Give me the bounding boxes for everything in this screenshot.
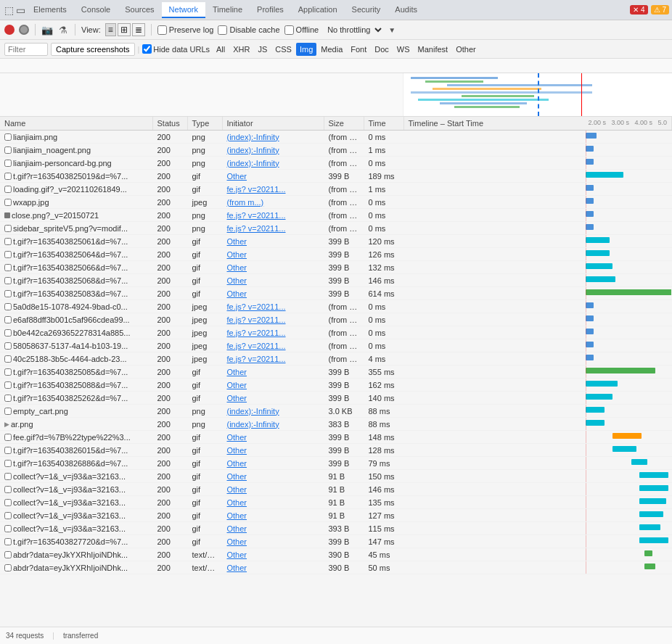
row-checkbox[interactable] <box>4 316 12 323</box>
initiator-link[interactable]: (index):-Infinity <box>227 133 279 141</box>
row-checkbox[interactable] <box>4 277 12 284</box>
table-row[interactable]: collect?v=1&_v=j93&a=32163...200gifOther… <box>0 509 672 522</box>
initiator-link[interactable]: Other <box>227 368 247 376</box>
initiator-link[interactable]: fe.js? v=20211... <box>227 329 286 337</box>
network-table-wrapper[interactable]: Name Status Type Initiator Size Time Tim… <box>0 117 672 627</box>
preserve-log-label[interactable]: Preserve log <box>157 25 214 35</box>
col-header-time[interactable]: Time <box>364 117 403 131</box>
row-checkbox[interactable] <box>4 225 12 232</box>
table-row[interactable]: t.gif?r=1635403825083&d=%7...200gifOther… <box>0 287 672 300</box>
table-row[interactable]: lianjiaim-personcard-bg.png200png(index)… <box>0 157 672 170</box>
disable-cache-label[interactable]: Disable cache <box>218 25 279 35</box>
col-header-status[interactable]: Status <box>152 117 187 131</box>
hide-urls-label[interactable]: Hide data URLs <box>142 44 210 54</box>
row-checkbox[interactable] <box>4 434 12 441</box>
table-row[interactable]: e6af88dff3b001c5af966cdea99...200jpegfe.… <box>0 313 672 326</box>
initiator-link[interactable]: Other <box>227 289 247 298</box>
initiator-link[interactable]: Other <box>227 537 247 546</box>
row-checkbox[interactable] <box>4 303 12 310</box>
hide-urls-checkbox[interactable] <box>142 44 152 54</box>
row-checkbox[interactable] <box>4 355 12 363</box>
initiator-link[interactable]: Other <box>227 237 247 246</box>
table-row[interactable]: t.gif?r=1635403825068&d=%7...200gifOther… <box>0 274 672 287</box>
table-row[interactable]: ▶ar.png200png(index):-Infinity383 B88 ms <box>0 418 672 431</box>
initiator-link[interactable]: Other <box>227 250 247 259</box>
table-row[interactable]: 40c25188-3b5c-4464-adcb-23...200jpegfe.j… <box>0 352 672 366</box>
device-icon[interactable]: ▭ <box>15 4 26 16</box>
table-row[interactable]: t.gif?r=1635403827720&d=%7...200gifOther… <box>0 535 672 548</box>
initiator-link[interactable]: (index):-Infinity <box>227 420 279 429</box>
col-header-size[interactable]: Size <box>324 117 364 131</box>
tab-audits[interactable]: Audits <box>388 2 425 18</box>
row-checkbox[interactable] <box>4 499 12 506</box>
row-checkbox[interactable] <box>4 473 12 480</box>
row-checkbox[interactable] <box>4 512 12 519</box>
table-row[interactable]: t.gif?r=1635403825019&d=%7...200gifOther… <box>0 170 672 183</box>
row-checkbox[interactable] <box>4 381 12 389</box>
table-row[interactable]: empty_cart.png200png(index):-Infinity3.0… <box>0 405 672 418</box>
disable-cache-checkbox[interactable] <box>218 25 227 35</box>
row-checkbox[interactable] <box>4 160 12 167</box>
table-row[interactable]: t.gif?r=1635403826886&d=%7...200gifOther… <box>0 457 672 470</box>
initiator-link[interactable]: fe.js? v=20211... <box>227 342 286 350</box>
initiator-link[interactable]: Other <box>227 276 247 285</box>
initiator-link[interactable]: Other <box>227 472 247 481</box>
initiator-link[interactable]: Other <box>227 498 247 507</box>
initiator-link[interactable]: Other <box>227 381 247 389</box>
table-row[interactable]: t.gif?r=1635403825085&d=%7...200gifOther… <box>0 366 672 379</box>
table-row[interactable]: t.gif?r=1635403825262&d=%7...200gifOther… <box>0 392 672 405</box>
table-row[interactable]: collect?v=1&_v=j93&a=32163...200gifOther… <box>0 496 672 509</box>
table-row[interactable]: collect?v=1&_v=j93&a=32163...200gifOther… <box>0 483 672 496</box>
initiator-link[interactable]: Other <box>227 446 247 455</box>
filter-icon[interactable]: ⚗ <box>57 24 69 36</box>
stop-button[interactable] <box>19 25 29 35</box>
record-button[interactable] <box>4 25 15 35</box>
initiator-link[interactable]: (from m...) <box>227 198 264 207</box>
col-header-initiator[interactable]: Initiator <box>222 117 324 131</box>
row-checkbox[interactable] <box>4 264 12 271</box>
detail-view-icon[interactable]: ≣ <box>132 23 145 36</box>
initiator-link[interactable]: Other <box>227 511 247 520</box>
row-checkbox[interactable] <box>4 133 12 141</box>
preserve-log-checkbox[interactable] <box>157 25 167 35</box>
camera-icon[interactable]: 📷 <box>41 24 53 36</box>
initiator-link[interactable]: Other <box>227 550 247 559</box>
table-row[interactable]: sidebar_spriteV5.png?v=modif...200pngfe.… <box>0 222 672 235</box>
initiator-link[interactable]: fe.js? v=20211... <box>227 355 286 363</box>
row-checkbox[interactable] <box>4 551 12 558</box>
initiator-link[interactable]: Other <box>227 459 247 468</box>
initiator-link[interactable]: fe.js? v=20211... <box>227 315 286 324</box>
col-header-type[interactable]: Type <box>187 117 222 131</box>
table-row[interactable]: t.gif?r=1635403825061&d=%7...200gifOther… <box>0 235 672 248</box>
row-checkbox[interactable] <box>4 447 12 454</box>
initiator-link[interactable]: Other <box>227 564 247 572</box>
tab-console[interactable]: Console <box>74 2 118 18</box>
filter-media[interactable]: Media <box>317 43 346 56</box>
table-row[interactable]: b0e442ca2693652278314a885...200jpegfe.js… <box>0 326 672 339</box>
row-checkbox[interactable] <box>4 186 12 193</box>
tab-sources[interactable]: Sources <box>118 2 161 18</box>
throttle-select[interactable]: No throttling <box>323 25 384 35</box>
initiator-link[interactable]: fe.js? v=20211... <box>227 185 286 194</box>
row-checkbox[interactable] <box>4 395 12 402</box>
row-checkbox[interactable] <box>4 251 12 258</box>
row-checkbox[interactable] <box>4 525 12 532</box>
expand-icon[interactable]: ▶ <box>4 421 9 428</box>
table-row[interactable]: fee.gif?d=%7B%22type%22%3...200gifOther3… <box>0 431 672 444</box>
filter-ws[interactable]: WS <box>393 43 414 56</box>
filter-doc[interactable]: Doc <box>371 43 393 56</box>
initiator-link[interactable]: Other <box>227 172 247 181</box>
row-checkbox[interactable] <box>4 538 12 545</box>
initiator-link[interactable]: Other <box>227 263 247 272</box>
table-row[interactable]: t.gif?r=1635403825066&d=%7...200gifOther… <box>0 261 672 274</box>
table-row[interactable]: collect?v=1&_v=j93&a=32163...200gifOther… <box>0 522 672 535</box>
filter-img[interactable]: Img <box>296 43 316 56</box>
tab-timeline[interactable]: Timeline <box>205 2 250 18</box>
view-toggle[interactable]: ≡ ⊞ ≣ <box>105 23 145 36</box>
filter-manifest[interactable]: Manifest <box>414 43 452 56</box>
initiator-link[interactable]: Other <box>227 394 247 402</box>
list-view-icon[interactable]: ≡ <box>105 23 116 36</box>
table-row[interactable]: wxapp.jpg200jpeg(from m...)(from m...)0 … <box>0 196 672 209</box>
table-row[interactable]: abdr?data=eyJkYXRhIjoiNDhk...200text/pla… <box>0 561 672 574</box>
initiator-link[interactable]: fe.js? v=20211... <box>227 302 286 311</box>
